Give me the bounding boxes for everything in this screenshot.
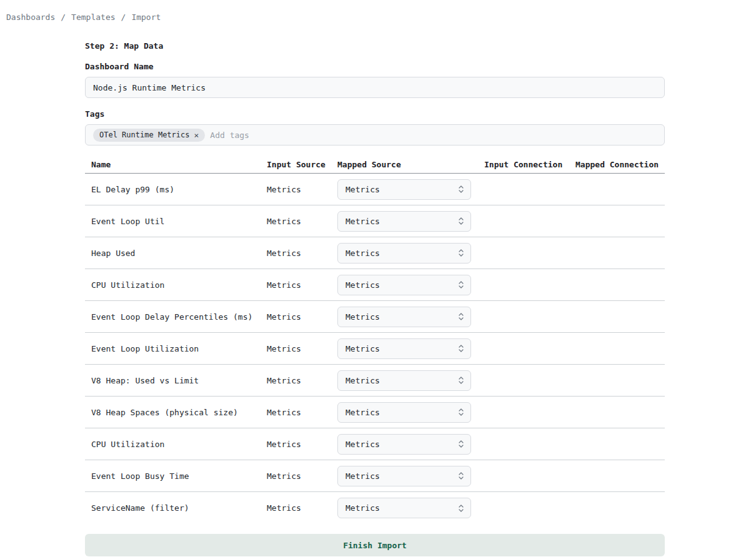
finish-import-button[interactable]: Finish Import <box>85 534 665 556</box>
select-chevrons-icon <box>458 376 464 385</box>
mapped-source-selected-value: Metrics <box>346 249 380 258</box>
row-input-source: Metrics <box>267 408 337 417</box>
table-row: V8 Heap Spaces (physical size) Metrics M… <box>85 397 665 428</box>
breadcrumb: Dashboards / Templates / Import <box>0 0 756 22</box>
row-input-source: Metrics <box>267 440 337 449</box>
table-row: Event Loop Util Metrics Metrics <box>85 205 665 237</box>
table-row: V8 Heap: Used vs Limit Metrics Metrics <box>85 365 665 397</box>
row-mapped-source-cell: Metrics <box>337 338 484 359</box>
column-header-mapped-connection: Mapped Connection <box>575 160 665 169</box>
mapped-source-select[interactable]: Metrics <box>337 498 471 518</box>
table-row: EL Delay p99 (ms) Metrics Metrics <box>85 174 665 205</box>
mapped-source-selected-value: Metrics <box>346 471 380 481</box>
row-mapped-source-cell: Metrics <box>337 402 484 423</box>
row-mapped-source-cell: Metrics <box>337 307 484 327</box>
mapped-source-selected-value: Metrics <box>346 376 380 385</box>
table-body: EL Delay p99 (ms) Metrics Metrics <box>85 174 665 524</box>
row-name: EL Delay p99 (ms) <box>85 185 267 194</box>
select-chevrons-icon <box>458 217 464 225</box>
row-input-source: Metrics <box>267 312 337 322</box>
select-chevrons-icon <box>458 408 464 417</box>
select-chevrons-icon <box>458 440 464 448</box>
breadcrumb-templates[interactable]: Templates <box>71 12 115 22</box>
table-row: Event Loop Delay Percentiles (ms) Metric… <box>85 301 665 333</box>
tags-input-container[interactable]: OTel Runtime Metrics × <box>85 124 665 145</box>
table-row: Event Loop Busy Time Metrics Metrics <box>85 460 665 492</box>
row-name: CPU Utilization <box>85 440 267 449</box>
mapped-source-selected-value: Metrics <box>346 217 380 226</box>
import-wizard-content: Step 2: Map Data Dashboard Name Tags OTe… <box>85 41 665 557</box>
row-mapped-source-cell: Metrics <box>337 434 484 455</box>
select-chevrons-icon <box>458 312 464 321</box>
row-mapped-source-cell: Metrics <box>337 179 484 200</box>
column-header-name: Name <box>85 160 267 169</box>
table-row: Event Loop Utilization Metrics Metrics <box>85 333 665 365</box>
mapped-source-select[interactable]: Metrics <box>337 243 471 264</box>
mapped-source-select[interactable]: Metrics <box>337 307 471 327</box>
mapped-source-selected-value: Metrics <box>346 312 380 322</box>
select-chevrons-icon <box>458 471 464 480</box>
table-row: ServiceName (filter) Metrics Metrics <box>85 492 665 524</box>
row-mapped-source-cell: Metrics <box>337 370 484 391</box>
tag-chip-label: OTel Runtime Metrics <box>99 131 190 139</box>
mapped-source-selected-value: Metrics <box>346 185 380 194</box>
row-input-source: Metrics <box>267 280 337 290</box>
mapped-source-select[interactable]: Metrics <box>337 466 471 486</box>
mapped-source-select[interactable]: Metrics <box>337 275 471 295</box>
mapped-source-selected-value: Metrics <box>346 503 380 513</box>
mapped-source-select[interactable]: Metrics <box>337 211 471 232</box>
row-input-source: Metrics <box>267 376 337 385</box>
row-name: V8 Heap Spaces (physical size) <box>85 408 267 417</box>
dashboard-name-label: Dashboard Name <box>85 62 665 71</box>
column-header-input-connection: Input Connection <box>484 160 575 169</box>
table-row: CPU Utilization Metrics Metrics <box>85 428 665 460</box>
row-input-source: Metrics <box>267 249 337 258</box>
column-header-mapped-source: Mapped Source <box>337 160 484 169</box>
table-row: CPU Utilization Metrics Metrics <box>85 269 665 301</box>
select-chevrons-icon <box>458 504 464 513</box>
row-mapped-source-cell: Metrics <box>337 211 484 232</box>
row-name: Event Loop Busy Time <box>85 471 267 481</box>
mapped-source-select[interactable]: Metrics <box>337 338 471 359</box>
breadcrumb-dashboards[interactable]: Dashboards <box>6 12 55 22</box>
row-mapped-source-cell: Metrics <box>337 498 484 518</box>
select-chevrons-icon <box>458 344 464 353</box>
breadcrumb-separator: / <box>61 12 66 22</box>
row-name: CPU Utilization <box>85 280 267 290</box>
row-mapped-source-cell: Metrics <box>337 466 484 486</box>
mapped-source-selected-value: Metrics <box>346 408 380 417</box>
row-input-source: Metrics <box>267 471 337 481</box>
row-input-source: Metrics <box>267 344 337 353</box>
remove-tag-icon[interactable]: × <box>194 131 199 139</box>
mapped-source-selected-value: Metrics <box>346 280 380 290</box>
mapped-source-select[interactable]: Metrics <box>337 179 471 200</box>
mapped-source-select[interactable]: Metrics <box>337 434 471 455</box>
table-header-row: Name Input Source Mapped Source Input Co… <box>85 145 665 174</box>
mapped-source-selected-value: Metrics <box>346 344 380 353</box>
select-chevrons-icon <box>458 249 464 257</box>
mapped-source-select[interactable]: Metrics <box>337 402 471 423</box>
mapping-table: Name Input Source Mapped Source Input Co… <box>85 145 665 524</box>
row-name: Event Loop Util <box>85 217 267 226</box>
breadcrumb-separator: / <box>121 12 126 22</box>
table-row: Heap Used Metrics Metrics <box>85 237 665 269</box>
mapped-source-selected-value: Metrics <box>346 440 380 449</box>
breadcrumb-import: Import <box>131 12 161 22</box>
tags-label: Tags <box>85 110 665 119</box>
row-name: Heap Used <box>85 249 267 258</box>
row-name: Event Loop Utilization <box>85 344 267 353</box>
row-name: V8 Heap: Used vs Limit <box>85 376 267 385</box>
dashboard-name-input[interactable] <box>85 77 665 98</box>
column-header-input-source: Input Source <box>267 160 337 169</box>
row-name: Event Loop Delay Percentiles (ms) <box>85 312 267 322</box>
mapped-source-select[interactable]: Metrics <box>337 370 471 391</box>
row-name: ServiceName (filter) <box>85 503 267 513</box>
row-input-source: Metrics <box>267 503 337 513</box>
select-chevrons-icon <box>458 185 464 194</box>
row-mapped-source-cell: Metrics <box>337 275 484 295</box>
add-tags-input[interactable] <box>210 131 657 140</box>
select-chevrons-icon <box>458 280 464 289</box>
tag-chip: OTel Runtime Metrics × <box>93 129 205 142</box>
step-title: Step 2: Map Data <box>85 41 665 51</box>
row-input-source: Metrics <box>267 217 337 226</box>
